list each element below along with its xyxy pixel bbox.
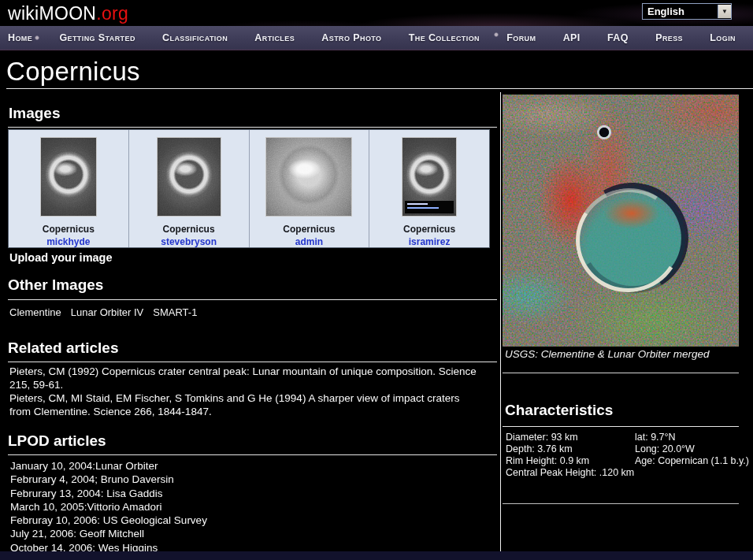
top-header-band: wikiMOON.org English ▼ xyxy=(0,0,753,26)
wikimoon-page: wikiMOON.org English ▼ Home Getting Star… xyxy=(0,0,753,560)
related-articles-divider xyxy=(8,362,497,362)
nav-item-forum[interactable]: Forum xyxy=(506,32,536,43)
thumbnail-cell: Copernicus isramirez xyxy=(369,130,489,247)
nav-item-astro-photo[interactable]: Astro Photo xyxy=(321,32,381,43)
related-articles-heading: Related articles xyxy=(8,339,118,357)
lpod-article-entry: March 10, 2005:Vittorio Amadori xyxy=(10,500,207,514)
related-article-entry: Pieters, CM (1992) Copernicus crater cen… xyxy=(9,365,482,391)
page-title: Copernicus xyxy=(6,57,140,87)
images-divider xyxy=(8,127,497,128)
other-images-divider xyxy=(8,299,497,300)
lpod-article-entry: Februrary 4, 2004; Bruno Daversin xyxy=(10,473,207,486)
crater-thumbnail-image[interactable] xyxy=(265,137,352,217)
noise-texture xyxy=(266,138,351,216)
crater-thumbnail-image[interactable] xyxy=(40,137,97,217)
main-navigation: Home Getting Started Classification Arti… xyxy=(0,26,753,50)
thumbnail-title: Copernicus xyxy=(43,224,95,235)
lpod-article-entry: Februrary 13, 2004: Lisa Gaddis xyxy=(10,487,207,500)
nav-item-press[interactable]: Press xyxy=(655,32,683,43)
characteristic-central-peak: Central Peak Height: .120 km xyxy=(506,467,634,479)
thumbnail-cell: Copernicus stevebryson xyxy=(128,130,249,247)
other-images-heading: Other Images xyxy=(8,276,103,294)
noise-texture xyxy=(158,138,221,216)
characteristics-right-column: lat: 9.7°N Long: 20.0°W Age: Copernican … xyxy=(635,432,749,467)
noise-texture xyxy=(41,138,96,216)
characteristic-age: Age: Copernican (1.1 b.y.) xyxy=(635,455,749,467)
nav-item-articles[interactable]: Articles xyxy=(254,32,295,43)
thumbnail-user-link[interactable]: admin xyxy=(295,236,323,247)
footer-bar xyxy=(0,551,753,560)
dropdown-arrow-icon[interactable]: ▼ xyxy=(718,5,731,18)
thumbnail-cell: Copernicus admin xyxy=(249,130,369,247)
thumbnail-title: Copernicus xyxy=(163,224,215,235)
thumbnail-cell: Copernicus mickhyde xyxy=(9,130,128,247)
characteristic-latitude: lat: 9.7°N xyxy=(635,432,749,443)
characteristic-rim-height: Rim Height: 0.9 km xyxy=(506,455,634,467)
language-selected-value: English xyxy=(643,6,718,17)
upload-image-link[interactable]: Upload your image xyxy=(9,251,113,264)
nav-item-classification[interactable]: Classification xyxy=(162,32,228,43)
characteristic-depth: Depth: 3.76 km xyxy=(506,443,634,455)
column-divider xyxy=(500,92,501,551)
thumbnail-user-link[interactable]: stevebryson xyxy=(161,236,217,247)
crater-thumbnail-image[interactable] xyxy=(157,137,221,217)
nav-item-api[interactable]: API xyxy=(563,32,581,43)
characteristics-divider xyxy=(503,426,739,427)
logo-main-text: wikiMOON xyxy=(8,3,96,24)
nav-item-the-collection[interactable]: The Collection xyxy=(409,32,480,43)
image-thumbnail-panel: Copernicus mickhyde Copernicus stevebrys… xyxy=(8,129,490,248)
characteristics-heading: Characteristics xyxy=(505,402,613,419)
other-images-links: Clementine Lunar Orbiter IV SMART-1 xyxy=(9,306,197,318)
characteristic-diameter: Diameter: 93 km xyxy=(506,432,634,443)
other-image-link-lunar-orbiter[interactable]: Lunar Orbiter IV xyxy=(71,306,144,318)
thumbnail-title: Copernicus xyxy=(403,224,455,235)
related-article-entry: Pieters, CM, MI Staid, EM Fischer, S Tom… xyxy=(9,391,482,418)
characteristic-longitude: Long: 20.0°W xyxy=(635,443,749,455)
images-heading: Images xyxy=(9,105,60,122)
lpod-article-entry: Februray 10, 2006: US Geological Survey xyxy=(10,514,207,527)
usgs-image-caption: USGS: Clementine & Lunar Orbiter merged xyxy=(505,348,710,360)
nav-item-login[interactable]: Login xyxy=(710,32,736,43)
thumbnail-caption-bar xyxy=(405,201,454,213)
other-image-link-clementine[interactable]: Clementine xyxy=(9,306,61,318)
lpod-article-entry: January 10, 2004:Lunar Orbiter xyxy=(10,459,207,473)
lpod-articles-list: January 10, 2004:Lunar Orbiter Februrary… xyxy=(10,459,207,554)
nav-item-faq[interactable]: FAQ xyxy=(607,32,629,43)
thumbnail-user-link[interactable]: mickhyde xyxy=(46,236,90,247)
lpod-articles-heading: LPOD articles xyxy=(8,432,106,450)
other-image-link-smart1[interactable]: SMART-1 xyxy=(153,306,197,318)
lpod-articles-divider xyxy=(8,454,497,455)
nav-item-home[interactable]: Home xyxy=(8,32,32,43)
sidebar-divider-top xyxy=(503,373,739,373)
title-divider xyxy=(6,88,753,89)
thumbnail-user-link[interactable]: isramirez xyxy=(409,236,451,247)
site-logo[interactable]: wikiMOON.org xyxy=(6,2,133,27)
lpod-article-entry: July 21, 2006: Geoff Mitchell xyxy=(10,527,207,540)
logo-suffix-text: .org xyxy=(96,3,128,24)
characteristics-left-column: Diameter: 93 km Depth: 3.76 km Rim Heigh… xyxy=(506,432,634,479)
crater-thumbnail-image[interactable] xyxy=(402,137,457,217)
related-articles-list: Pieters, CM (1992) Copernicus crater cen… xyxy=(9,365,482,418)
language-selector[interactable]: English ▼ xyxy=(642,3,732,20)
thumbnail-title: Copernicus xyxy=(283,224,335,235)
star-decoration xyxy=(494,32,499,37)
nav-item-getting-started[interactable]: Getting Started xyxy=(59,32,135,43)
sidebar-divider-bottom xyxy=(503,503,739,504)
usgs-crater-image[interactable] xyxy=(503,95,739,347)
star-decoration xyxy=(35,35,39,40)
